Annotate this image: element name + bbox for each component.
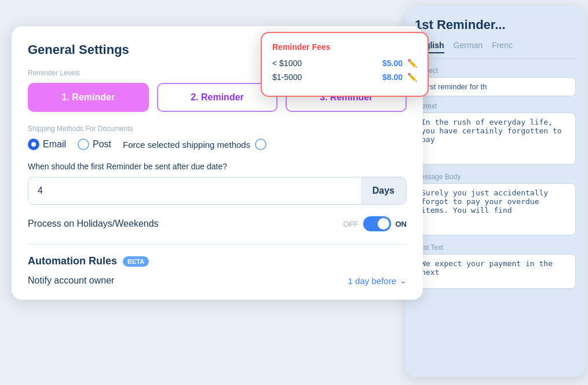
edit-icon-2[interactable]: ✏️ xyxy=(407,72,417,82)
pretext-label: Pretext xyxy=(415,102,576,110)
radio-post[interactable] xyxy=(78,139,89,150)
holidays-label: Process on Holidays/Weekends xyxy=(28,219,159,229)
days-input[interactable] xyxy=(28,177,361,204)
pretext-textarea[interactable]: In the rush of everyday life, you have c… xyxy=(415,112,576,165)
fees-amount-wrap-1: $5.00 ✏️ xyxy=(382,59,417,68)
days-question: When should the first Reminder be sent a… xyxy=(28,162,407,171)
toggle-wrap: OFF ON xyxy=(344,216,407,231)
reminder-panel-title: 1st Reminder... xyxy=(415,17,576,32)
days-unit-label: Days xyxy=(361,177,406,204)
fees-title: Reminder Fees xyxy=(272,42,417,52)
fees-range-2: $1-5000 xyxy=(272,72,302,82)
subject-label: Subject xyxy=(415,67,576,75)
message-body-textarea[interactable]: Surely you just accidentally forgot to p… xyxy=(415,183,576,235)
shipping-options-group: Email Post Force selected shipping metho… xyxy=(28,139,407,150)
automation-header: Automation Rules BETA xyxy=(28,255,407,267)
subject-input[interactable]: First reminder for th xyxy=(415,77,576,96)
radio-email[interactable] xyxy=(28,139,39,150)
notify-value-dropdown[interactable]: 1 day before ⌄ xyxy=(348,276,407,286)
shipping-label: Shipping Methods For Documents xyxy=(28,125,407,133)
reminder-btn-2[interactable]: 2. Reminder xyxy=(157,83,278,112)
shipping-post[interactable]: Post xyxy=(78,139,111,150)
message-body-label: Message Body xyxy=(415,173,576,181)
toggle-on-label: ON xyxy=(396,220,407,228)
shipping-email[interactable]: Email xyxy=(28,139,66,150)
tab-german[interactable]: German xyxy=(454,41,483,53)
language-tabs: English German Frenc xyxy=(415,41,576,59)
toggle-off-label: OFF xyxy=(344,220,359,228)
fees-row-2: $1-5000 $8.00 ✏️ xyxy=(272,72,417,82)
fees-amount-2: $8.00 xyxy=(382,72,403,82)
fees-amount-1: $5.00 xyxy=(382,59,403,68)
holidays-toggle-row: Process on Holidays/Weekends OFF ON xyxy=(28,216,407,231)
section-divider xyxy=(28,244,407,245)
notify-label: Notify account owner xyxy=(28,275,114,286)
shipping-force-label: Force selected shipping methods xyxy=(123,140,250,150)
days-input-group: Days xyxy=(28,177,407,205)
fees-amount-wrap-2: $8.00 ✏️ xyxy=(382,72,417,82)
automation-title: Automation Rules xyxy=(28,255,117,267)
tab-french[interactable]: Frenc xyxy=(492,41,513,53)
shipping-force[interactable]: Force selected shipping methods xyxy=(123,139,266,150)
fees-range-1: < $1000 xyxy=(272,59,302,68)
shipping-post-label: Post xyxy=(93,139,111,150)
notify-row: Notify account owner 1 day before ⌄ xyxy=(28,275,407,286)
post-text-label: Post Text xyxy=(415,244,576,252)
reminder-panel: 1st Reminder... English German Frenc Sub… xyxy=(406,6,585,377)
reminder-btn-1[interactable]: 1. Reminder xyxy=(28,83,149,112)
radio-force[interactable] xyxy=(255,139,266,150)
post-text-textarea[interactable]: We expect your payment in the next xyxy=(415,254,576,289)
shipping-email-label: Email xyxy=(43,139,66,150)
beta-badge: BETA xyxy=(123,256,149,267)
fees-row-1: < $1000 $5.00 ✏️ xyxy=(272,59,417,68)
edit-icon-1[interactable]: ✏️ xyxy=(407,59,417,68)
notify-value: 1 day before xyxy=(348,276,396,286)
holidays-toggle[interactable] xyxy=(363,216,391,231)
chevron-down-icon: ⌄ xyxy=(400,276,407,285)
fees-popup: Reminder Fees < $1000 $5.00 ✏️ $1-5000 $… xyxy=(261,32,429,97)
